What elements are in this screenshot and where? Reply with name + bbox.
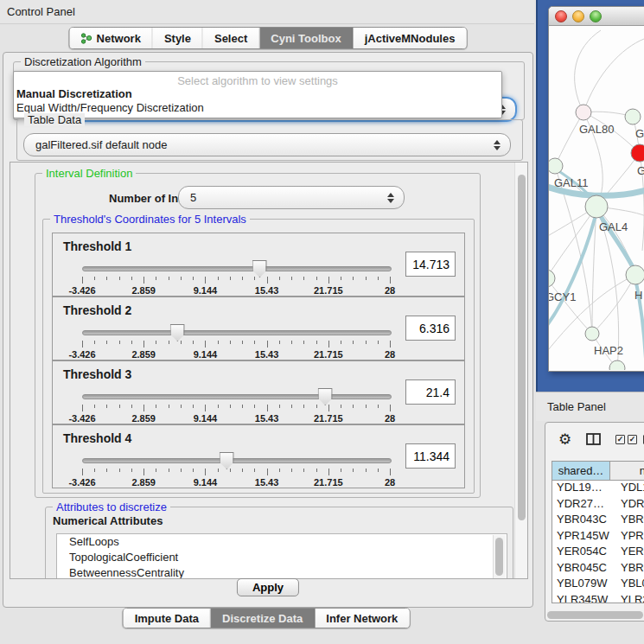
network-node-gal4[interactable]	[585, 195, 608, 218]
network-window-titlebar[interactable]	[549, 7, 644, 26]
tick-label: 9.144	[194, 285, 218, 296]
network-node-label: GA	[635, 127, 644, 140]
tab-discretize-data[interactable]: Discretize Data	[211, 609, 315, 628]
tab-infer-network[interactable]: Infer Network	[315, 609, 409, 628]
network-node-hap2[interactable]	[585, 327, 599, 341]
tick-mark	[378, 405, 379, 408]
network-node-gal11[interactable]	[549, 158, 563, 174]
column-header-shared[interactable]: shared…	[552, 462, 610, 480]
network-node-gal80[interactable]	[576, 105, 591, 120]
threshold-value-field[interactable]	[405, 252, 456, 277]
tick-label: -3.426	[68, 413, 95, 424]
tab-jactivemnodules[interactable]: jActiveMNodules	[354, 28, 467, 48]
mac-close-button[interactable]	[555, 10, 567, 22]
network-node-g[interactable]	[631, 144, 644, 162]
tick-mark	[131, 341, 132, 344]
threshold-slider[interactable]: -3.4262.8599.14415.4321.71528	[82, 454, 390, 481]
slider-tick-labels: -3.4262.8599.14415.4321.71528	[82, 285, 390, 296]
tick-mark	[366, 405, 367, 408]
tick-mark	[353, 277, 354, 280]
tab-cyni-toolbox[interactable]: Cyni Toolbox	[259, 28, 353, 48]
table-hscrollbar-track[interactable]	[546, 610, 644, 619]
threshold-value-field[interactable]	[405, 443, 456, 469]
number-of-intervals-combobox[interactable]: 5	[178, 186, 405, 209]
table-row[interactable]: YDL19…YDL19…	[552, 481, 644, 497]
attribute-item-selfloops[interactable]: SelfLoops	[57, 534, 507, 550]
attribute-item-topologicalcoefficient[interactable]: TopologicalCoefficient	[57, 550, 507, 565]
list-scrollbar-thumb[interactable]	[495, 538, 503, 576]
numerical-attributes-list[interactable]: SelfLoopsTopologicalCoefficientBetweenne…	[56, 533, 507, 579]
tick-mark	[242, 469, 243, 472]
table-row[interactable]: YBL079WYBL079W	[552, 577, 644, 593]
dropdown-option-manual-discretization[interactable]: Manual Discretization	[16, 87, 132, 100]
tick-mark	[169, 341, 169, 344]
network-edge[interactable]	[555, 112, 583, 166]
network-edge[interactable]	[583, 39, 644, 112]
threshold-slider[interactable]: -3.4262.8599.14415.4321.71528	[82, 262, 390, 290]
slider-track[interactable]	[82, 330, 392, 335]
mac-minimize-button[interactable]	[572, 10, 584, 22]
tick-label: 9.144	[194, 413, 218, 424]
tick-mark	[181, 405, 182, 408]
tick-label: 15.43	[255, 413, 279, 424]
list-scrollbar-track[interactable]	[493, 535, 506, 579]
tab-style[interactable]: Style	[153, 28, 203, 48]
tick-label: 21.715	[314, 477, 343, 488]
tick-mark	[267, 405, 268, 411]
network-node-label: GAL80	[579, 123, 614, 136]
tab-impute-data[interactable]: Impute Data	[124, 609, 211, 628]
network-node-h[interactable]	[626, 265, 644, 284]
tick-mark	[94, 277, 95, 280]
network-edge[interactable]	[592, 275, 635, 334]
tick-mark	[341, 405, 341, 408]
slider-thumb[interactable]	[252, 260, 267, 277]
tick-label: -3.426	[68, 349, 95, 360]
table-row[interactable]: YPR145WYPR145W	[552, 529, 644, 545]
table-data-combobox[interactable]: galFiltered.sif default node	[23, 133, 511, 156]
threshold-value-field[interactable]	[405, 316, 456, 341]
slider-thumb[interactable]	[318, 388, 333, 405]
tab-network[interactable]: Network	[70, 28, 153, 48]
table-rows: YDL19…YDL19…YDR27…YDR27…YBR043CYBR043CYP…	[552, 481, 644, 603]
slider-thumb[interactable]	[170, 324, 185, 341]
table-row[interactable]: YLR345WYLR345W	[552, 593, 644, 604]
network-node-gcy1[interactable]	[549, 270, 555, 287]
tick-label: 2.859	[131, 349, 156, 360]
checkbox-icon[interactable]: ✓	[628, 435, 637, 444]
threshold-value-field[interactable]	[405, 379, 456, 405]
tick-mark	[181, 469, 182, 472]
table-hscrollbar-thumb[interactable]	[547, 611, 643, 619]
dropdown-option-equal-width-frequency-discretization[interactable]: Equal Width/Frequency Discretization	[16, 101, 204, 114]
slider-track[interactable]	[82, 266, 392, 271]
tick-mark	[390, 277, 391, 284]
tick-label: 28	[385, 349, 395, 360]
network-edge[interactable]	[549, 207, 596, 278]
network-canvas[interactable]: GAL80GAGGAL11GAL4GCY1HHAP2	[549, 26, 644, 370]
table-row[interactable]: YBR045CYBR045C	[552, 561, 644, 577]
tick-label: 21.715	[314, 285, 343, 296]
tick-mark	[242, 405, 243, 408]
slider-thumb[interactable]	[220, 452, 234, 469]
gear-icon[interactable]: ⚙	[558, 430, 571, 449]
apply-button[interactable]: Apply	[237, 578, 299, 596]
tab-select[interactable]: Select	[203, 28, 259, 48]
pane-scrollbar-track[interactable]	[514, 163, 527, 578]
mac-zoom-button[interactable]	[590, 10, 602, 22]
column-split-icon[interactable]	[586, 433, 601, 445]
network-edge[interactable]	[575, 30, 601, 112]
network-node-ga[interactable]	[625, 109, 641, 124]
column-header-name[interactable]: name	[610, 462, 644, 480]
interval-group-title: Interval Definition	[42, 167, 136, 180]
threshold-slider[interactable]: -3.4262.8599.14415.4321.71528	[82, 390, 390, 418]
table-row[interactable]: YBR043CYBR043C	[552, 513, 644, 529]
checkbox-icon[interactable]: ✓	[615, 435, 625, 444]
threshold-slider[interactable]: -3.4262.8599.14415.4321.71528	[82, 326, 390, 354]
table-row[interactable]: YER054CYER054C	[552, 545, 644, 561]
tick-label: 2.859	[131, 413, 156, 424]
slider-track[interactable]	[82, 394, 392, 399]
table-cell: YDL19…	[614, 481, 644, 497]
attribute-item-betweennesscentrality[interactable]: BetweennessCentrality	[57, 565, 507, 579]
table-row[interactable]: YDR27…YDR27…	[552, 497, 644, 513]
pane-scrollbar-thumb[interactable]	[518, 175, 526, 520]
slider-track[interactable]	[82, 458, 392, 463]
